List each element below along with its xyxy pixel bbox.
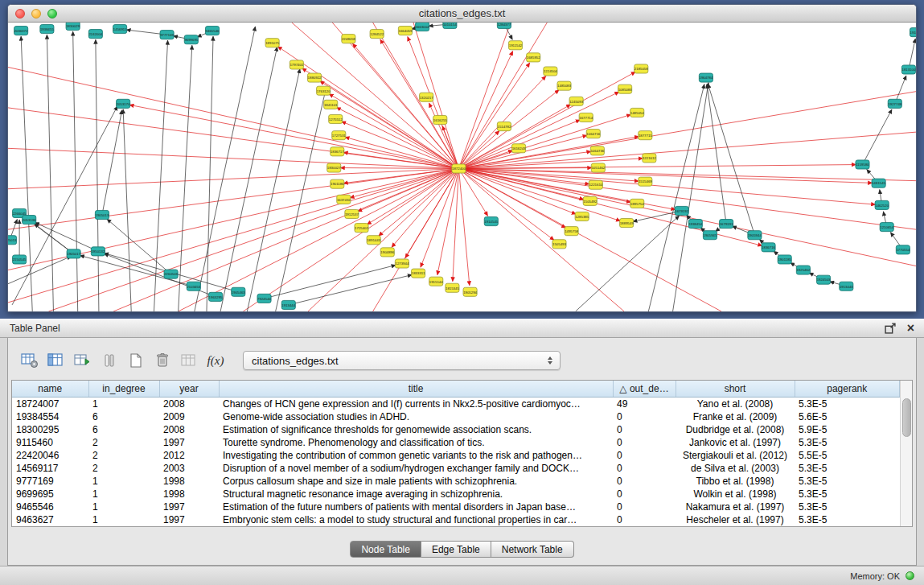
- create-column-button[interactable]: [125, 351, 146, 370]
- graph-edge[interactable]: [207, 36, 213, 311]
- graph-edge[interactable]: [8, 67, 458, 168]
- tab-node-table[interactable]: Node Table: [350, 541, 421, 558]
- graph-node[interactable]: 1505493: [552, 240, 567, 249]
- table-cell[interactable]: Investigating the contribution of common…: [219, 449, 613, 462]
- graph-node[interactable]: 1616243: [511, 144, 526, 153]
- graph-node[interactable]: 1275512: [329, 114, 343, 123]
- table-cell[interactable]: 9777169: [12, 475, 88, 488]
- graph-edge[interactable]: [195, 27, 256, 311]
- graph-node[interactable]: 1938454: [688, 220, 703, 229]
- graph-node[interactable]: 1616255: [433, 115, 448, 124]
- table-cell[interactable]: 18724007: [12, 397, 88, 410]
- table-cell[interactable]: 9463627: [12, 513, 88, 526]
- table-cell[interactable]: Estimation of significance thresholds fo…: [219, 423, 613, 436]
- table-row[interactable]: 977716911998Corpus callosum shape and si…: [12, 475, 900, 488]
- graph-edge[interactable]: [421, 169, 458, 268]
- graph-node[interactable]: 1224504: [544, 67, 558, 76]
- graph-edge[interactable]: [8, 148, 458, 168]
- close-button[interactable]: [15, 9, 25, 19]
- delete-table-button[interactable]: [179, 351, 199, 370]
- graph-edge[interactable]: [102, 110, 122, 215]
- graph-node[interactable]: 1927748: [888, 99, 902, 108]
- graph-edge[interactable]: [247, 68, 300, 311]
- graph-node[interactable]: 1064736: [590, 146, 605, 155]
- table-cell[interactable]: 22420046: [12, 449, 88, 462]
- column-header-1[interactable]: in_degree: [88, 381, 159, 397]
- graph-node[interactable]: 1924503: [817, 275, 832, 284]
- graph-edge[interactable]: [289, 275, 412, 305]
- table-cell[interactable]: 5.3E-5: [795, 475, 900, 488]
- graph-node[interactable]: 2036372: [14, 27, 29, 35]
- table-cell[interactable]: de Silva et al. (2003): [676, 462, 795, 475]
- table-cell[interactable]: Estimation of the future numbers of pati…: [219, 501, 613, 513]
- table-cell[interactable]: 1: [88, 475, 159, 488]
- graph-node[interactable]: 1797401: [290, 60, 304, 69]
- table-cell[interactable]: 2: [88, 436, 159, 449]
- graph-edge[interactable]: [862, 109, 892, 165]
- table-cell[interactable]: 2003: [159, 462, 219, 475]
- graph-edge[interactable]: [48, 169, 458, 311]
- table-cell[interactable]: 6: [88, 410, 159, 423]
- graph-node[interactable]: 2185058: [634, 64, 649, 73]
- graph-node[interactable]: 1872400: [452, 164, 466, 173]
- table-cell[interactable]: 1997: [159, 513, 219, 526]
- graph-node[interactable]: 7924544: [257, 294, 272, 303]
- graph-node[interactable]: 1889549: [620, 219, 634, 228]
- graph-node[interactable]: 1663004: [416, 23, 430, 31]
- table-cell[interactable]: 2: [88, 449, 159, 462]
- graph-edge[interactable]: [458, 169, 487, 216]
- graph-node[interactable]: 1895754: [630, 199, 645, 208]
- table-row[interactable]: 969969511998Structural magnetic resonanc…: [12, 488, 900, 501]
- graph-node[interactable]: 1505492: [583, 196, 598, 205]
- graph-node[interactable]: 1010154: [443, 23, 458, 29]
- graph-node[interactable]: 1815345: [446, 283, 460, 292]
- table-row[interactable]: 946362711997Embryonic stem cells: a mode…: [12, 513, 900, 526]
- graph-node[interactable]: 1210654: [880, 223, 894, 232]
- graph-edge[interactable]: [96, 39, 99, 311]
- graph-node[interactable]: 1485054: [630, 108, 645, 117]
- graph-node[interactable]: 1285385: [575, 212, 589, 220]
- function-builder-button[interactable]: f(x): [205, 351, 226, 370]
- graph-node[interactable]: 9777169: [160, 31, 175, 39]
- table-cell[interactable]: 1997: [159, 436, 219, 449]
- graph-edge[interactable]: [373, 23, 459, 169]
- graph-edge[interactable]: [458, 51, 512, 169]
- graph-edge[interactable]: [379, 169, 459, 237]
- table-cell[interactable]: 0: [613, 475, 676, 488]
- graph-node[interactable]: 1725402: [355, 224, 369, 233]
- graph-node[interactable]: 1877715: [639, 131, 653, 140]
- graph-edge[interactable]: [113, 169, 458, 311]
- table-cell[interactable]: 2008: [159, 397, 219, 410]
- table-cell[interactable]: 5.9E-5: [795, 423, 900, 436]
- graph-node[interactable]: 1925013: [8, 236, 17, 245]
- graph-node[interactable]: 1245093: [569, 97, 584, 105]
- table-cell[interactable]: Structural magnetic resonance image aver…: [219, 488, 613, 501]
- graph-node[interactable]: 1918413: [910, 28, 916, 37]
- graph-node[interactable]: 2242004: [88, 30, 103, 39]
- float-panel-icon[interactable]: [885, 323, 896, 334]
- graph-node[interactable]: 1064716: [586, 130, 601, 138]
- graph-node[interactable]: 9465546: [205, 27, 220, 35]
- graph-node[interactable]: 1284377: [497, 23, 511, 29]
- table-cell[interactable]: 19384554: [12, 410, 88, 423]
- table-cell[interactable]: 2012: [159, 449, 219, 462]
- table-cell[interactable]: Stergiakouli et al. (2012): [676, 449, 795, 462]
- graph-node[interactable]: 1284522: [370, 30, 384, 39]
- graph-node[interactable]: 1901185: [778, 255, 791, 264]
- table-cell[interactable]: 9115460: [12, 436, 88, 449]
- table-cell[interactable]: 18300295: [12, 423, 88, 436]
- table-row[interactable]: 911546021997Tourette syndrome. Phenomeno…: [12, 436, 900, 449]
- graph-node[interactable]: 1727531: [332, 131, 347, 140]
- table-mode-button[interactable]: [19, 351, 40, 370]
- select-columns-button[interactable]: [46, 351, 67, 370]
- graph-edge[interactable]: [437, 169, 459, 275]
- table-cell[interactable]: 5.5E-5: [795, 449, 900, 462]
- graph-edge[interactable]: [576, 216, 680, 311]
- graph-node[interactable]: 1085083: [618, 84, 633, 93]
- graph-edge[interactable]: [708, 84, 754, 235]
- graph-edge[interactable]: [342, 122, 459, 169]
- graph-edge[interactable]: [458, 151, 590, 168]
- table-cell[interactable]: Nakamura et al. (1997): [676, 501, 795, 513]
- table-cell[interactable]: 0: [613, 410, 676, 423]
- tab-edge-table[interactable]: Edge Table: [421, 541, 491, 558]
